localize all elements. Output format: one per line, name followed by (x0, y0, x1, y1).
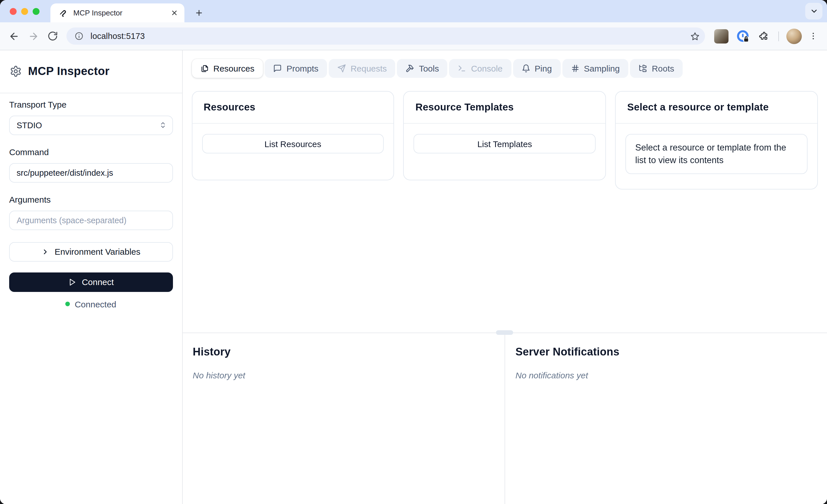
list-templates-button[interactable]: List Templates (414, 134, 596, 153)
mcp-logo-favicon-icon (59, 8, 68, 17)
arguments-input[interactable] (9, 210, 173, 230)
arguments-label: Arguments (9, 194, 173, 204)
tab-resources[interactable]: Resources (192, 59, 263, 78)
server-notifications-title: Server Notifications (516, 346, 817, 358)
notifications-empty-text: No notifications yet (516, 370, 817, 380)
list-resources-button[interactable]: List Resources (202, 134, 384, 153)
profile-avatar[interactable] (786, 28, 802, 44)
resources-panel-header: Resources (192, 92, 394, 123)
sidebar-header: MCP Inspector (0, 50, 182, 93)
tab-close-icon[interactable] (168, 7, 180, 18)
gear-icon (10, 65, 22, 78)
hash-icon (571, 64, 579, 73)
tab-bar: Resources Prompts Requests (192, 59, 683, 78)
status-label: Connected (75, 299, 116, 309)
bottom-split: History No history yet Server Notificati… (182, 333, 827, 504)
connect-button[interactable]: Connect (9, 272, 173, 292)
resource-preview-panel-body: Select a resource or template from the l… (616, 123, 817, 189)
back-button[interactable] (5, 27, 23, 45)
send-icon (337, 64, 346, 73)
window-close-button[interactable] (10, 8, 16, 15)
tab-console[interactable]: Console (449, 59, 511, 78)
bookmark-star-icon[interactable] (688, 29, 701, 43)
app-title: MCP Inspector (28, 65, 110, 78)
browser-menu-kebab-icon[interactable] (805, 28, 821, 44)
window-minimize-button[interactable] (21, 8, 28, 15)
tab-sampling[interactable]: Sampling (562, 59, 628, 78)
tab-roots[interactable]: Roots (630, 59, 683, 78)
extensions-puzzle-icon[interactable] (756, 28, 771, 44)
browser-tabstrip: MCP Inspector (0, 0, 827, 22)
resources-panel-body: List Resources (192, 123, 394, 180)
bell-icon (522, 64, 530, 73)
environment-variables-button[interactable]: Environment Variables (9, 242, 173, 261)
mcp-inspector-app: MCP Inspector Transport Type STDIO Comma… (0, 50, 827, 504)
resource-preview-panel-title: Select a resource or template (627, 101, 769, 113)
resize-handle[interactable] (496, 330, 513, 335)
forward-button[interactable] (24, 27, 42, 45)
history-title: History (193, 346, 494, 358)
browser-window: MCP Inspector localhost:5173 (0, 0, 827, 504)
resource-templates-panel-body: List Templates (404, 123, 605, 180)
files-icon (200, 64, 209, 73)
folder-tree-icon (639, 64, 647, 73)
browser-toolbar: localhost:5173 (0, 22, 827, 50)
toolbar-divider (778, 31, 779, 41)
transport-type-select[interactable]: STDIO (9, 115, 173, 135)
hammer-icon (406, 64, 415, 73)
resource-preview-panel: Select a resource or template Select a r… (615, 91, 818, 190)
resource-preview-panel-header: Select a resource or template (616, 92, 817, 123)
panels-row: Resources List Resources Resource Templa… (182, 78, 827, 190)
chevron-right-icon (42, 248, 50, 256)
url-text: localhost:5173 (91, 32, 683, 41)
resource-templates-panel: Resource Templates List Templates (403, 91, 606, 180)
main-content: Resources Prompts Requests (182, 50, 827, 504)
status-dot-icon (65, 302, 70, 306)
terminal-icon (458, 64, 467, 73)
chevrons-up-down-icon (159, 121, 166, 129)
resource-templates-panel-header: Resource Templates (404, 92, 605, 123)
connection-form: Transport Type STDIO Command Arguments (0, 93, 182, 309)
browser-tab[interactable]: MCP Inspector (50, 3, 184, 22)
traffic-lights (10, 8, 40, 15)
tab-requests[interactable]: Requests (329, 59, 395, 78)
transport-type-label: Transport Type (9, 99, 173, 109)
server-notifications-section: Server Notifications No notifications ye… (504, 333, 827, 504)
address-bar[interactable]: localhost:5173 (66, 28, 705, 45)
tab-tools[interactable]: Tools (397, 59, 448, 78)
sidebar: MCP Inspector Transport Type STDIO Comma… (0, 50, 182, 504)
resources-panel-title: Resources (204, 101, 255, 113)
site-info-icon[interactable] (73, 30, 85, 42)
command-input[interactable] (9, 163, 173, 182)
play-icon (68, 278, 76, 286)
reload-button[interactable] (44, 27, 62, 45)
tab-search-button[interactable] (805, 3, 822, 19)
resources-panel: Resources List Resources (192, 91, 394, 180)
tab-prompts[interactable]: Prompts (264, 59, 327, 78)
command-label: Command (9, 147, 173, 157)
tab-title: MCP Inspector (73, 9, 163, 17)
resource-preview-placeholder: Select a resource or template from the l… (625, 134, 808, 174)
new-tab-button[interactable] (191, 5, 206, 20)
connection-status: Connected (9, 299, 173, 309)
history-section: History No history yet (182, 333, 504, 504)
message-square-icon (273, 64, 282, 73)
window-zoom-button[interactable] (33, 8, 40, 15)
tab-ping[interactable]: Ping (513, 59, 561, 78)
extension-avatar-icon[interactable] (714, 29, 729, 43)
transport-type-value: STDIO (16, 120, 42, 130)
password-manager-extension-icon[interactable] (735, 28, 751, 44)
resource-templates-panel-title: Resource Templates (416, 101, 514, 113)
history-empty-text: No history yet (193, 370, 494, 380)
